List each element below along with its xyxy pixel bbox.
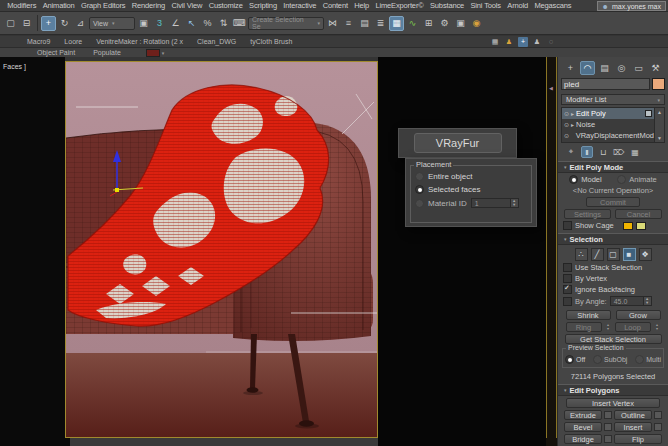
menu-item-civil-view[interactable]: Civil View [168,1,205,10]
radio-material-id[interactable] [415,199,424,208]
menu-item-arnold[interactable]: Arnold [504,1,531,10]
mirror-icon[interactable]: ⋈ [325,16,340,31]
menu-item-animation[interactable]: Animation [39,1,77,10]
subtab-populate[interactable]: Populate [84,49,130,56]
commit-button[interactable]: Commit [586,197,640,207]
use-stack-selection-checkbox[interactable] [563,263,572,272]
rollout-edit-polygons[interactable]: ▾ Edit Polygons [558,384,668,396]
add-person-icon[interactable]: + [518,37,528,47]
material-id-spinner[interactable]: 1 ▴▾ [471,198,519,208]
splitter-collapse-icon[interactable]: ◀ [549,85,553,91]
outline-button[interactable]: Outline [614,410,652,420]
scene-explorer-icon[interactable]: ≣ [373,16,388,31]
hierarchy-tab-icon[interactable]: ▤ [597,61,612,75]
by-vertex-row[interactable]: By Vertex [563,274,663,283]
loop-button[interactable]: Loop [615,322,651,332]
preview-subobj-option[interactable]: SubObj [593,355,627,364]
perspective-viewport[interactable] [65,61,378,438]
menu-item-interactive[interactable]: Interactive [280,1,319,10]
radio-preview-subobj[interactable] [593,355,602,364]
create-tab-icon[interactable]: + [563,61,578,75]
cancel-button[interactable]: Cancel [615,209,662,219]
window-crossing-icon[interactable]: ⊟ [19,16,34,31]
select-object-icon[interactable]: ↖ [184,16,199,31]
placement-option-material-id[interactable]: Material ID 1 ▴▾ [415,198,527,208]
layer-explorer-icon[interactable]: ▤ [357,16,372,31]
cage-color-swatch[interactable] [623,222,633,230]
viewport-label-fragment[interactable]: Faces ] [3,63,26,70]
element-subobject-icon[interactable]: ❖ [639,248,652,261]
rendered-frame-icon[interactable]: ▣ [453,16,468,31]
scroll-down-icon[interactable]: ▼ [657,134,662,142]
panel-splitter[interactable]: ◀ [546,57,557,446]
render-setup-icon[interactable]: ⚙ [437,16,452,31]
menu-item-limeexporter[interactable]: LimeExporter© [372,1,427,10]
by-angle-spinner[interactable]: 45.0 ▴▾ [610,296,652,306]
object-color-swatch[interactable] [652,78,665,90]
radio-model[interactable] [569,175,578,184]
ribbon-tab-clean-dwg[interactable]: Clean_DWG [190,38,243,45]
ignore-backfacing-row[interactable]: Ignore Backfacing [563,285,663,294]
visibility-eye-icon[interactable]: ⊙ [564,110,569,117]
snap-toggle-icon[interactable]: 3 [152,16,167,31]
modify-tab-icon[interactable]: ◠ [580,61,595,75]
angle-snap-icon[interactable]: ∠ [168,16,183,31]
object-name-field[interactable] [561,78,650,90]
radio-animate[interactable] [617,175,626,184]
grid-icon[interactable]: ▦ [490,37,500,47]
spinner-snap-icon[interactable]: ⇅ [216,16,231,31]
insert-vertex-button[interactable]: Insert Vertex [566,398,660,408]
placement-option-entire-object[interactable]: Entire object [415,172,527,181]
ring-button[interactable]: Ring [566,322,602,332]
keyboard-override-icon[interactable]: ⌨ [232,16,247,31]
shrink-button[interactable]: Shrink [566,310,611,320]
by-vertex-checkbox[interactable] [563,274,572,283]
model-mode-option[interactable]: Model [569,175,601,184]
spinner-arrows-icon[interactable]: ▴▾ [511,198,519,208]
preview-multi-option[interactable]: Multi [635,355,661,364]
radio-selected-faces[interactable] [415,185,424,194]
by-angle-checkbox[interactable] [563,297,572,306]
menu-item-customize[interactable]: Customize [205,1,245,10]
subtab-object-paint[interactable]: Object Paint [28,49,84,56]
bevel-settings-icon[interactable] [604,423,612,431]
align-icon[interactable]: ≡ [341,16,356,31]
expand-arrow-icon[interactable]: ▸ [571,110,574,117]
reference-coordinate-dropdown[interactable]: View ▾ [89,17,135,30]
expand-arrow-icon[interactable]: ▸ [571,121,574,128]
move-tool-icon[interactable]: + [41,16,56,31]
percent-snap-icon[interactable]: % [200,16,215,31]
ribbon-tab-loore[interactable]: Loore [57,38,89,45]
menu-item-scripting[interactable]: Scripting [246,1,280,10]
menu-item-substance[interactable]: Substance [427,1,467,10]
outline-settings-icon[interactable] [654,411,662,419]
scroll-up-icon[interactable]: ▲ [657,108,662,116]
border-subobject-icon[interactable]: ▢ [607,248,620,261]
flip-button[interactable]: Flip [614,434,662,444]
vertex-subobject-icon[interactable]: ∴ [575,248,588,261]
insert-settings-icon[interactable] [654,423,662,431]
by-angle-row[interactable]: By Angle: 45.0 ▴▾ [563,296,663,306]
show-cage-checkbox[interactable] [563,221,572,230]
ribbon-color-swatch[interactable] [146,49,160,57]
menu-item-graph-editors[interactable]: Graph Editors [78,1,129,10]
stack-scrollbar[interactable]: ▲ ▼ [654,108,664,142]
loop-spinner-icon[interactable]: ▴▾ [654,323,661,331]
menu-item-sini-tools[interactable]: Sini Tools [467,1,504,10]
show-end-result-icon[interactable]: ‖ [581,146,593,158]
vrayfur-title-button[interactable]: VRayFur [414,133,502,153]
named-selection-set-dropdown[interactable]: Create Selection Se ▾ [248,17,324,30]
use-pivot-center-icon[interactable]: ▣ [136,16,151,31]
edge-subobject-icon[interactable]: ╱ [591,248,604,261]
person-icon[interactable]: ♟ [504,37,514,47]
pin-stack-icon[interactable]: ⌖ [565,146,577,158]
bevel-button[interactable]: Bevel [564,422,602,432]
lasso-icon[interactable]: ◌ [546,37,556,47]
configure-modifier-sets-icon[interactable]: ▦ [629,146,641,158]
by-angle-value[interactable]: 45.0 [610,296,644,306]
stack-item-edit-poly[interactable]: ⊙ ▸ Edit Poly [562,108,654,119]
motion-tab-icon[interactable]: ◎ [614,61,629,75]
render-production-icon[interactable]: ◉ [469,16,484,31]
visibility-eye-icon[interactable]: ⊙ [564,132,569,139]
use-stack-selection-row[interactable]: Use Stack Selection [563,263,663,272]
